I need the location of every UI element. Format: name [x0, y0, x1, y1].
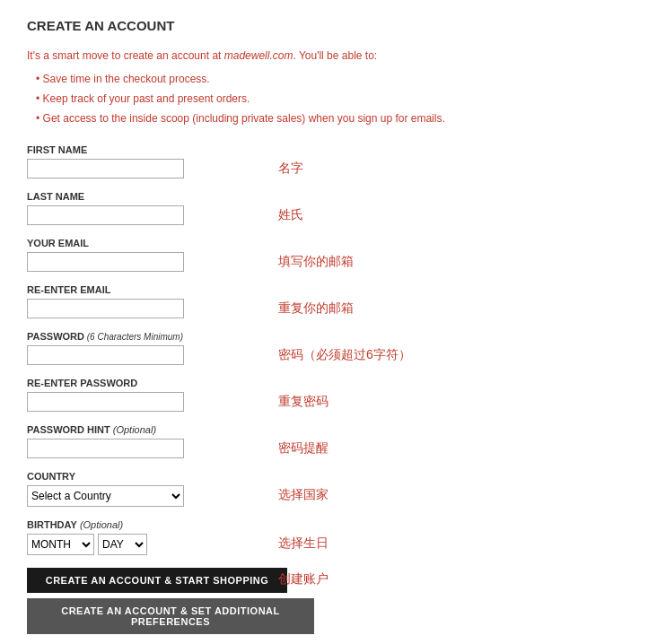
birthday-label: BIRTHDAY (Optional): [27, 519, 260, 530]
re-email-row: RE-ENTER EMAIL 重复你的邮箱: [27, 284, 630, 318]
page-title: CREATE AN ACCOUNT: [27, 18, 630, 33]
re-password-hint: 重复密码: [278, 394, 328, 410]
day-select[interactable]: DAY 1234 5678 9101112 13141516 17181920 …: [98, 534, 147, 555]
re-password-row: RE-ENTER PASSWORD 重复密码: [27, 378, 630, 412]
bullet-3: Get access to the inside scoop (includin…: [36, 110, 630, 126]
last-name-row: LAST NAME 姓氏: [27, 191, 630, 225]
re-email-hint: 重复你的邮箱: [278, 300, 354, 317]
email-hint: 填写你的邮箱: [278, 254, 354, 270]
country-row: COUNTRY Select a Country United States C…: [27, 471, 630, 507]
password-hint-row: PASSWORD HINT (Optional) 密码提醒: [27, 424, 630, 458]
birthday-hint: 选择生日: [278, 535, 328, 552]
password-hint-chinese: 密码提醒: [278, 440, 328, 457]
first-name-row: FIRST NAME 名字: [27, 144, 630, 178]
password-hint-label: PASSWORD HINT (Optional): [27, 424, 260, 435]
first-name-hint: 名字: [278, 161, 303, 177]
country-hint: 选择国家: [278, 487, 328, 503]
email-row: YOUR EMAIL 填写你的邮箱: [27, 238, 630, 272]
last-name-hint: 姓氏: [278, 207, 303, 223]
buttons-hint: 创建账户: [278, 571, 328, 586]
email-label: YOUR EMAIL: [27, 238, 260, 248]
password-hint: 密码（必须超过6字符）: [278, 347, 411, 363]
bullet-1: Save time in the checkout process.: [36, 71, 630, 87]
buttons-area: CREATE AN ACCOUNT & START SHOPPING CREAT…: [27, 568, 630, 634]
first-name-input[interactable]: [27, 159, 184, 178]
first-name-label: FIRST NAME: [27, 144, 260, 155]
password-label: PASSWORD (6 Characters Minimum): [27, 331, 260, 342]
create-account-preferences-button[interactable]: CREATE AN ACCOUNT & SET ADDITIONAL PREFE…: [27, 598, 314, 634]
password-hint-input[interactable]: [27, 439, 184, 458]
password-input[interactable]: [27, 345, 184, 365]
benefit-list: Save time in the checkout process. Keep …: [27, 71, 630, 126]
birthday-row: BIRTHDAY (Optional) MONTH January Februa…: [27, 519, 630, 555]
re-password-input[interactable]: [27, 392, 184, 412]
create-account-shopping-button[interactable]: CREATE AN ACCOUNT & START SHOPPING: [27, 568, 287, 593]
country-label: COUNTRY: [27, 471, 260, 482]
country-select[interactable]: Select a Country United States Canada Un…: [27, 485, 184, 507]
password-row: PASSWORD (6 Characters Minimum) 密码（必须超过6…: [27, 331, 630, 365]
email-input[interactable]: [27, 252, 184, 272]
month-select[interactable]: MONTH January February March April May J…: [27, 534, 94, 555]
re-password-label: RE-ENTER PASSWORD: [27, 378, 260, 388]
re-email-label: RE-ENTER EMAIL: [27, 284, 260, 295]
re-email-input[interactable]: [27, 299, 184, 318]
bullet-2: Keep track of your past and present orde…: [36, 91, 630, 107]
last-name-input[interactable]: [27, 205, 184, 225]
last-name-label: LAST NAME: [27, 191, 260, 202]
intro-text: It's a smart move to create an account a…: [27, 48, 630, 64]
